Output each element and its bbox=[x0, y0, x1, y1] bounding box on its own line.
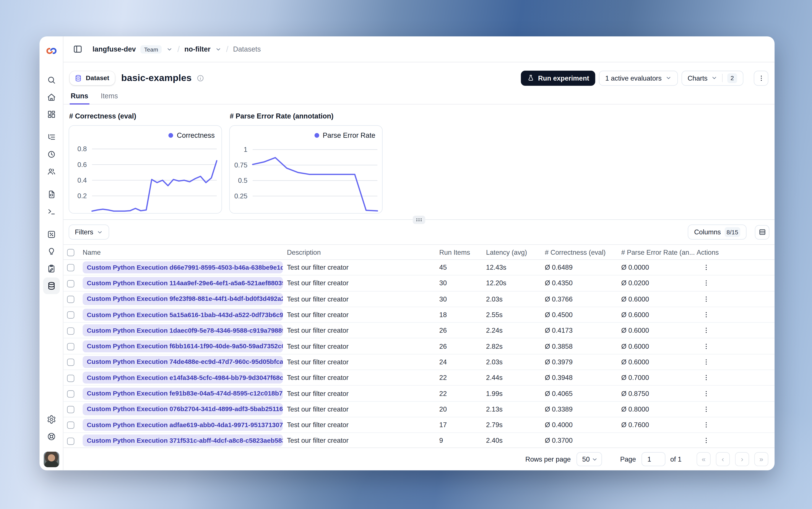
tab-bar: Runs Items bbox=[64, 90, 775, 105]
row-actions-button[interactable] bbox=[697, 295, 775, 303]
sidebar-item-dashboard[interactable] bbox=[43, 106, 60, 123]
tab-items[interactable]: Items bbox=[100, 92, 119, 105]
table-row: Custom Python Execution 076b2704-341d-48… bbox=[64, 402, 775, 417]
resize-handle[interactable] bbox=[413, 215, 425, 224]
row-checkbox[interactable] bbox=[67, 438, 74, 445]
row-checkbox[interactable] bbox=[67, 296, 74, 303]
next-page-button[interactable]: › bbox=[735, 452, 749, 466]
row-actions-button[interactable] bbox=[697, 264, 775, 271]
desktop-background: langfuse-dev Team / no-filter / Datasets… bbox=[0, 0, 812, 509]
svg-text:0.75: 0.75 bbox=[234, 161, 247, 169]
row-actions-button[interactable] bbox=[697, 437, 775, 445]
sidebar-item-support[interactable] bbox=[43, 428, 60, 445]
run-items-count: 20 bbox=[439, 405, 486, 413]
column-header-name[interactable]: Name bbox=[83, 248, 287, 256]
run-name-link[interactable]: Custom Python Execution adfae619-abb0-4d… bbox=[83, 419, 283, 431]
sidebar-item-playground[interactable] bbox=[43, 203, 60, 220]
column-header-latency[interactable]: Latency (avg) bbox=[486, 248, 545, 256]
sidebar-item-settings[interactable] bbox=[43, 411, 60, 428]
charts-panel: # Correctness (eval) Correctness 0.20.40… bbox=[64, 104, 775, 219]
run-latency: 2.44s bbox=[486, 374, 545, 382]
column-header-parse-error[interactable]: # Parse Error Rate (an... bbox=[621, 248, 697, 256]
row-checkbox[interactable] bbox=[67, 280, 74, 287]
row-actions-button[interactable] bbox=[697, 327, 775, 334]
row-checkbox[interactable] bbox=[67, 374, 74, 382]
row-checkbox[interactable] bbox=[67, 406, 74, 413]
row-checkbox[interactable] bbox=[67, 390, 74, 398]
sidebar-item-insights[interactable] bbox=[43, 243, 60, 260]
database-icon bbox=[46, 281, 56, 291]
breadcrumb-project[interactable]: no-filter bbox=[184, 45, 211, 53]
select-all-checkbox[interactable] bbox=[67, 249, 74, 256]
more-actions-button[interactable] bbox=[754, 70, 768, 86]
chevron-down-icon[interactable] bbox=[215, 46, 222, 52]
rows-per-page-select[interactable]: 50 bbox=[576, 452, 602, 466]
row-actions-button[interactable] bbox=[697, 405, 775, 413]
sidebar-item-sessions[interactable] bbox=[43, 146, 60, 163]
run-experiment-button[interactable]: Run experiment bbox=[521, 70, 595, 86]
row-checkbox[interactable] bbox=[67, 311, 74, 319]
sidebar-item-annotation[interactable] bbox=[43, 260, 60, 277]
chevron-down-icon[interactable] bbox=[166, 46, 173, 52]
table-row: Custom Python Execution 114aa9ef-29e6-4e… bbox=[64, 275, 775, 291]
run-name-link[interactable]: Custom Python Execution 9fe23f98-881e-44… bbox=[83, 293, 283, 305]
row-checkbox[interactable] bbox=[67, 343, 74, 350]
sidebar-item-prompts[interactable] bbox=[43, 186, 60, 203]
row-checkbox[interactable] bbox=[67, 359, 74, 366]
runs-table: Name Description Run Items Latency (avg)… bbox=[64, 244, 775, 447]
sidebar-item-home[interactable] bbox=[43, 89, 60, 105]
main-area: langfuse-dev Team / no-filter / Datasets… bbox=[64, 36, 775, 470]
sidebar-item-search[interactable] bbox=[43, 72, 60, 89]
run-name-link[interactable]: Custom Python Execution 74de488e-ec9d-47… bbox=[83, 356, 283, 368]
column-header-run-items[interactable]: Run Items bbox=[439, 248, 486, 256]
row-actions-button[interactable] bbox=[697, 342, 775, 350]
row-actions-button[interactable] bbox=[697, 311, 775, 318]
users-icon bbox=[46, 167, 56, 176]
sidebar-item-users[interactable] bbox=[43, 163, 60, 180]
row-checkbox[interactable] bbox=[67, 264, 74, 272]
breadcrumb: langfuse-dev Team / no-filter / Datasets bbox=[93, 44, 261, 54]
page-number-input[interactable] bbox=[642, 452, 666, 466]
run-items-count: 24 bbox=[439, 358, 486, 366]
info-icon[interactable] bbox=[196, 74, 204, 82]
last-page-button[interactable]: » bbox=[754, 452, 769, 466]
user-avatar[interactable] bbox=[43, 451, 59, 467]
run-name-link[interactable]: Custom Python Execution d66e7991-8595-45… bbox=[83, 262, 283, 273]
run-correctness-avg: Ø 0.4065 bbox=[545, 389, 621, 397]
row-actions-button[interactable] bbox=[697, 279, 775, 287]
row-checkbox[interactable] bbox=[67, 327, 74, 335]
breadcrumb-org[interactable]: langfuse-dev bbox=[93, 45, 136, 53]
run-name-link[interactable]: Custom Python Execution 5a15a616-1bab-44… bbox=[83, 309, 283, 320]
column-header-description[interactable]: Description bbox=[287, 248, 439, 256]
row-actions-button[interactable] bbox=[697, 374, 775, 382]
run-name-link[interactable]: Custom Python Execution f6bb1614-1f90-40… bbox=[83, 340, 283, 352]
run-name-link[interactable]: Custom Python Execution e14fa348-5cfc-49… bbox=[83, 372, 283, 383]
run-name-link[interactable]: Custom Python Execution 1daec0f9-5e78-43… bbox=[83, 325, 283, 336]
run-name-link[interactable]: Custom Python Execution 371f531c-abff-4d… bbox=[83, 435, 283, 447]
column-header-correctness[interactable]: # Correctness (eval) bbox=[545, 248, 621, 256]
charts-toggle-button[interactable]: Charts 2 bbox=[681, 70, 743, 86]
panel-toggle-button[interactable] bbox=[70, 41, 86, 57]
run-name-link[interactable]: Custom Python Execution fe91b83e-04a5-47… bbox=[83, 387, 283, 399]
row-actions-button[interactable] bbox=[697, 421, 775, 429]
row-height-button[interactable] bbox=[755, 225, 769, 239]
run-name-link[interactable]: Custom Python Execution 076b2704-341d-48… bbox=[83, 403, 283, 415]
run-correctness-avg: Ø 0.4000 bbox=[545, 421, 621, 429]
sidebar-item-scores[interactable] bbox=[43, 226, 60, 243]
run-name-link[interactable]: Custom Python Execution 114aa9ef-29e6-4e… bbox=[83, 277, 283, 289]
breadcrumb-section[interactable]: Datasets bbox=[233, 45, 261, 53]
run-items-count: 30 bbox=[439, 295, 486, 303]
columns-button[interactable]: Columns 8/15 bbox=[688, 225, 746, 240]
database-icon bbox=[74, 74, 82, 82]
sidebar-item-datasets[interactable] bbox=[43, 277, 60, 294]
active-evaluators-button[interactable]: 1 active evaluators bbox=[599, 70, 678, 86]
tab-runs[interactable]: Runs bbox=[70, 92, 90, 105]
chart-legend: Correctness bbox=[169, 132, 215, 139]
row-actions-button[interactable] bbox=[697, 358, 775, 366]
prev-page-button[interactable]: ‹ bbox=[716, 452, 730, 466]
row-actions-button[interactable] bbox=[697, 389, 775, 397]
first-page-button[interactable]: « bbox=[697, 452, 711, 466]
row-checkbox[interactable] bbox=[67, 422, 74, 429]
filters-button[interactable]: Filters bbox=[69, 225, 109, 240]
sidebar-item-tracing[interactable] bbox=[43, 129, 60, 145]
